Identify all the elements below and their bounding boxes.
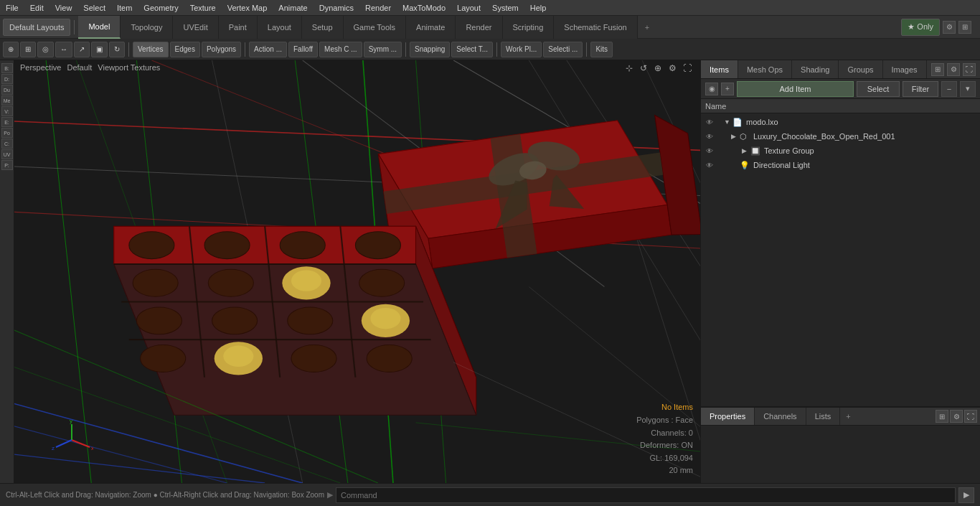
arrow-2[interactable]: ▶ [742, 147, 750, 154]
select-button[interactable]: Select [857, 81, 900, 97]
tab-schematic[interactable]: Schematic Fusion [554, 16, 637, 39]
menu-dynamics[interactable]: Dynamics [314, 2, 359, 14]
star-only-btn[interactable]: ★ Only [901, 19, 940, 36]
menu-item[interactable]: Item [111, 2, 138, 14]
tab-animate[interactable]: Animate [406, 16, 456, 39]
tab-topology[interactable]: Topology [121, 16, 173, 39]
tab-layout[interactable]: Layout [258, 16, 302, 39]
tab-uvedit[interactable]: UVEdit [173, 16, 218, 39]
props-expand-icon[interactable]: ⊞ [936, 410, 948, 423]
tab-properties[interactable]: Properties [701, 408, 755, 425]
command-input[interactable] [336, 487, 956, 503]
menu-system[interactable]: System [486, 2, 524, 14]
add-item-button[interactable]: Add Item [737, 81, 854, 97]
eye-icon-1[interactable]: 👁 [704, 131, 715, 142]
items-chevron-icon[interactable]: ▾ [960, 81, 976, 97]
items-eye-icon[interactable]: ◉ [705, 83, 718, 95]
items-list[interactable]: 👁 ▼ 📄 modo.lxo 👁 ▶ ⬡ Luxury_Chocolate_Bo… [701, 113, 980, 406]
items-fullscreen-icon[interactable]: ⛶ [963, 63, 976, 76]
props-settings-icon[interactable]: ⚙ [950, 410, 963, 423]
viewport[interactable]: Perspective Default Viewport Textures ⊹ … [14, 60, 700, 483]
items-add-icon[interactable]: + [721, 83, 734, 95]
layout-preset-btn[interactable]: Default Layouts [3, 19, 70, 36]
menu-texture[interactable]: Texture [184, 2, 222, 14]
menu-view[interactable]: View [50, 2, 78, 14]
tree-row-modos[interactable]: 👁 ▼ 📄 modo.lxo [701, 115, 980, 129]
tab-add[interactable]: + [638, 16, 656, 39]
selecti-btn[interactable]: Selecti ... [543, 42, 583, 57]
tab-groups[interactable]: Groups [839, 60, 882, 78]
tab-paint[interactable]: Paint [219, 16, 258, 39]
tree-row-texture[interactable]: 👁 ▶ 🔲 Texture Group [701, 144, 980, 158]
selectt-btn[interactable]: Select T... [451, 42, 493, 57]
command-run-icon[interactable]: ▶ [958, 487, 974, 503]
tab-render[interactable]: Render [456, 16, 502, 39]
sidebar-btn-mes[interactable]: Me [1, 95, 13, 106]
eye-icon-0[interactable]: 👁 [704, 116, 715, 128]
sidebar-btn-c[interactable]: C: [1, 139, 13, 149]
tab-gametools[interactable]: Game Tools [344, 16, 407, 39]
vp-ctrl-rotate[interactable]: ↺ [640, 63, 651, 75]
action-btn[interactable]: Action ... [249, 42, 287, 57]
eye-icon-3[interactable]: 👁 [704, 159, 715, 171]
menu-file[interactable]: File [0, 2, 24, 14]
sidebar-btn-v[interactable]: V: [1, 106, 13, 116]
arrow-1[interactable]: ▶ [731, 133, 740, 140]
items-expand-icon[interactable]: ⊞ [931, 63, 944, 76]
menu-edit[interactable]: Edit [24, 2, 50, 14]
vp-icon-grid[interactable]: ⊞ [20, 42, 36, 57]
menu-maxtomodo[interactable]: MaxToModo [397, 2, 451, 14]
sidebar-btn-pol[interactable]: Po [1, 128, 13, 138]
fullscreen-icon[interactable]: ⊞ [958, 21, 971, 34]
vp-icon-refresh[interactable]: ↻ [109, 42, 125, 57]
falloff-btn[interactable]: Falloff [288, 42, 318, 57]
sidebar-btn-uv[interactable]: UV [1, 149, 13, 159]
meshc-btn[interactable]: Mesh C ... [319, 42, 362, 57]
props-fullscreen-icon[interactable]: ⛶ [964, 410, 977, 423]
vp-ctrl-settings[interactable]: ⚙ [669, 63, 680, 75]
tree-row-chocolate[interactable]: 👁 ▶ ⬡ Luxury_Chocolate_Box_Open_Red_001 [701, 129, 980, 144]
edges-btn[interactable]: Edges [170, 42, 200, 57]
vp-icon-circle[interactable]: ◎ [37, 42, 54, 57]
vp-icon-box[interactable]: ▣ [91, 42, 108, 57]
arrow-0[interactable]: ▼ [724, 118, 732, 126]
vertices-btn[interactable]: Vertices [133, 42, 169, 57]
menu-help[interactable]: Help [524, 2, 552, 14]
symm-btn[interactable]: Symm ... [364, 42, 402, 57]
tab-images[interactable]: Images [883, 60, 927, 78]
polygons-btn[interactable]: Polygons [202, 42, 241, 57]
sidebar-btn-p[interactable]: P: [1, 160, 13, 170]
menu-geometry[interactable]: Geometry [138, 2, 184, 14]
sidebar-btn-dup[interactable]: Du [1, 85, 13, 95]
vp-ctrl-expand[interactable]: ⛶ [683, 63, 694, 75]
tab-items[interactable]: Items [701, 60, 738, 78]
tab-shading[interactable]: Shading [792, 60, 839, 78]
vp-ctrl-zoom[interactable]: ⊕ [654, 63, 666, 75]
tab-channels[interactable]: Channels [755, 408, 806, 425]
tab-setup[interactable]: Setup [302, 16, 344, 39]
tree-row-light[interactable]: 👁 💡 Directional Light [701, 158, 980, 172]
eye-icon-2[interactable]: 👁 [704, 145, 715, 156]
vp-icon-transform[interactable]: ↔ [55, 42, 72, 57]
tab-scripting[interactable]: Scripting [503, 16, 555, 39]
sidebar-btn-2[interactable]: D: [1, 74, 13, 84]
items-settings-icon[interactable]: ⚙ [947, 63, 960, 76]
items-minus-icon[interactable]: − [941, 81, 957, 97]
filter-button[interactable]: Filter [903, 81, 938, 97]
menu-layout[interactable]: Layout [451, 2, 486, 14]
vp-icon-arrow[interactable]: ↗ [74, 42, 90, 57]
tab-lists[interactable]: Lists [806, 408, 841, 425]
menu-select[interactable]: Select [77, 2, 111, 14]
kits-btn[interactable]: Kits [590, 42, 613, 57]
menu-animate[interactable]: Animate [273, 2, 313, 14]
sidebar-btn-1[interactable]: B: [1, 63, 13, 73]
snapping-btn[interactable]: Snapping [410, 42, 450, 57]
props-tab-add[interactable]: + [840, 408, 856, 425]
menu-vertex-map[interactable]: Vertex Map [222, 2, 273, 14]
workpl-btn[interactable]: Work Pl... [501, 42, 542, 57]
tab-meshops[interactable]: Mesh Ops [738, 60, 792, 78]
sidebar-btn-e[interactable]: E: [1, 117, 13, 127]
vp-icon-home[interactable]: ⊕ [3, 42, 19, 57]
menu-render[interactable]: Render [359, 2, 397, 14]
vp-ctrl-move[interactable]: ⊹ [626, 63, 637, 75]
